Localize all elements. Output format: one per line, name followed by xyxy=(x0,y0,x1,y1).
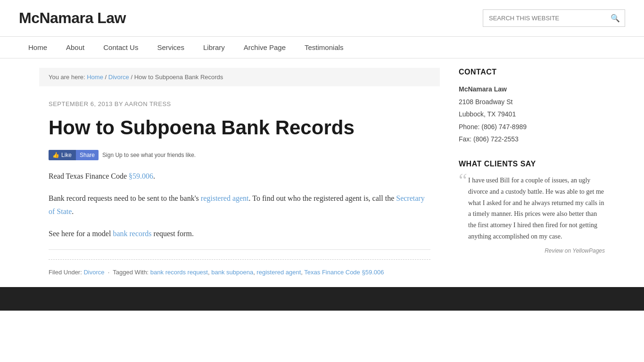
para2-text-mid: . To find out who the registered agent i… xyxy=(249,194,396,202)
para1-text-after: . xyxy=(153,172,155,180)
nav-item-home[interactable]: Home xyxy=(19,37,57,58)
fb-signup-text: Sign Up to see what your friends like. xyxy=(102,152,196,158)
footer-bar xyxy=(0,287,644,311)
breadcrumb-prefix: You are here: xyxy=(49,74,85,81)
nav-item-contact[interactable]: Contact Us xyxy=(94,37,148,58)
nav-item-library[interactable]: Library xyxy=(194,37,234,58)
para3-text-after: request form. xyxy=(152,230,194,238)
breadcrumb-current: How to Subpoena Bank Records xyxy=(134,74,223,81)
fb-like-button[interactable]: 👍 Like xyxy=(49,150,75,160)
nav-link-library[interactable]: Library xyxy=(194,37,234,58)
contact-widget: CONTACT McNamara Law 2108 Broadway St Lu… xyxy=(459,68,605,146)
nav-link-home[interactable]: Home xyxy=(19,37,57,58)
post-by: BY xyxy=(115,100,125,107)
para3-link[interactable]: bank records xyxy=(113,230,151,238)
nav-link-services[interactable]: Services xyxy=(148,37,194,58)
para2-link1[interactable]: registered agent xyxy=(201,194,249,202)
post-paragraph-1: Read Texas Finance Code §59.006. xyxy=(49,170,430,182)
nav-item-testimonials[interactable]: Testimonials xyxy=(295,37,353,58)
post-content: Read Texas Finance Code §59.006. Bank re… xyxy=(49,170,430,240)
breadcrumb-home[interactable]: Home xyxy=(87,74,103,81)
fb-share-button[interactable]: Share xyxy=(75,150,99,160)
filed-under-link[interactable]: Divorce xyxy=(83,269,104,276)
nav-link-contact[interactable]: Contact Us xyxy=(94,37,148,58)
testimonial-widget: WHAT CLIENTS SAY I have used Bill for a … xyxy=(459,160,605,255)
breadcrumb-sep1: / xyxy=(105,74,108,81)
para1-text-before: Read Texas Finance Code xyxy=(49,172,129,180)
contact-phone: Phone: (806) 747-8989 xyxy=(459,121,605,133)
post-paragraph-2: Bank record requests need to be sent to … xyxy=(49,192,430,217)
contact-name: McNamara Law xyxy=(459,83,605,96)
tagged-with-label: Tagged With: xyxy=(113,269,149,276)
search-button[interactable]: 🔍 xyxy=(606,10,625,26)
facebook-widget: 👍 Like Share Sign Up to see what your fr… xyxy=(49,150,196,160)
post-date: SEPTEMBER 6, 2013 xyxy=(49,100,113,107)
search-form: 🔍 xyxy=(483,9,625,27)
contact-address1: 2108 Broadway St xyxy=(459,96,605,108)
breadcrumb-sep2: / xyxy=(131,74,134,81)
search-input[interactable] xyxy=(483,11,606,25)
testimonial-heading: WHAT CLIENTS SAY xyxy=(459,160,605,168)
nav-item-services[interactable]: Services xyxy=(148,37,194,58)
contact-address2: Lubbock, TX 79401 xyxy=(459,108,605,121)
testimonial-source: Review on YellowPages xyxy=(468,246,605,255)
tag-bank-records-request[interactable]: bank records request xyxy=(150,269,208,276)
post-paragraph-3: See here for a model bank records reques… xyxy=(49,227,430,240)
testimonial-text: I have used Bill for a couple of issues,… xyxy=(468,177,604,240)
thumbs-up-icon: 👍 xyxy=(52,152,59,158)
nav-item-about[interactable]: About xyxy=(57,37,94,58)
main-nav: Home About Contact Us Services Library A… xyxy=(0,36,644,58)
fb-like-label: Like xyxy=(61,152,72,158)
article: SEPTEMBER 6, 2013 BY AARON TRESS How to … xyxy=(39,100,440,278)
para1-link[interactable]: §59.006 xyxy=(129,172,153,180)
main-content: You are here: Home / Divorce / How to Su… xyxy=(39,68,440,278)
para2-text-before: Bank record requests need to be sent to … xyxy=(49,194,201,202)
fb-share-label: Share xyxy=(80,152,95,158)
site-logo[interactable]: McNamara Law xyxy=(19,9,126,27)
para2-text-after: . xyxy=(72,207,74,215)
nav-list: Home About Contact Us Services Library A… xyxy=(19,37,625,58)
sidebar: CONTACT McNamara Law 2108 Broadway St Lu… xyxy=(459,68,605,278)
nav-link-testimonials[interactable]: Testimonials xyxy=(295,37,353,58)
post-divider xyxy=(49,249,430,250)
nav-link-archive[interactable]: Archive Page xyxy=(234,37,295,58)
contact-info: McNamara Law 2108 Broadway St Lubbock, T… xyxy=(459,83,605,146)
site-header: McNamara Law 🔍 xyxy=(0,0,644,36)
para3-text-before: See here for a model xyxy=(49,230,113,238)
post-title: How to Subpoena Bank Records xyxy=(49,117,430,139)
contact-heading: CONTACT xyxy=(459,68,605,76)
content-wrapper: You are here: Home / Divorce / How to Su… xyxy=(20,58,624,287)
breadcrumb-divorce[interactable]: Divorce xyxy=(108,74,129,81)
testimonial-quote: I have used Bill for a couple of issues,… xyxy=(459,175,605,255)
post-author: AARON TRESS xyxy=(124,100,171,107)
breadcrumb: You are here: Home / Divorce / How to Su… xyxy=(39,68,440,86)
tag-registered-agent[interactable]: registered agent xyxy=(256,269,301,276)
post-footer: Filed Under: Divorce · Tagged With: bank… xyxy=(49,259,430,278)
filed-under-label: Filed Under: xyxy=(49,269,82,276)
nav-link-about[interactable]: About xyxy=(57,37,94,58)
tag-bank-subpoena[interactable]: bank subpoena xyxy=(211,269,253,276)
post-meta: SEPTEMBER 6, 2013 BY AARON TRESS xyxy=(49,100,430,107)
nav-item-archive[interactable]: Archive Page xyxy=(234,37,295,58)
contact-fax: Fax: (806) 722-2553 xyxy=(459,133,605,146)
tag-texas-finance-code[interactable]: Texas Finance Code §59.006 xyxy=(304,269,384,276)
